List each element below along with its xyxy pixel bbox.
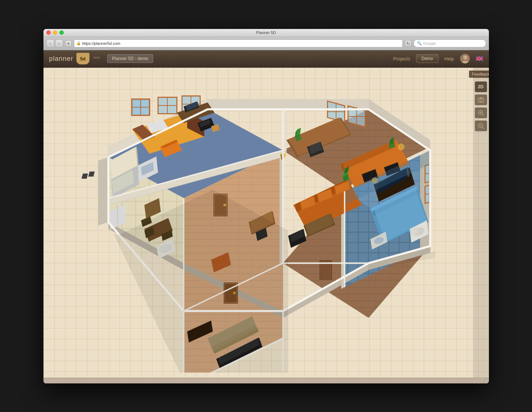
projects-nav[interactable]: Projects — [393, 56, 410, 61]
reload-button[interactable]: ↻ — [405, 40, 411, 47]
svg-line-172 — [482, 114, 484, 116]
canvas-area[interactable]: Feedback 2D — [43, 68, 489, 383]
address-bar[interactable]: 🔒 https://planner5d.com — [74, 39, 403, 47]
resize-handle[interactable]: ⌟ — [483, 378, 487, 383]
status-bar: ⌟ — [43, 378, 489, 383]
avatar[interactable] — [460, 54, 470, 64]
zoom-in-button[interactable] — [475, 107, 487, 118]
right-sidebar: Feedback 2D — [473, 68, 489, 383]
traffic-lights — [46, 30, 64, 35]
svg-point-102 — [398, 143, 405, 150]
new-tab-button[interactable]: + — [65, 40, 72, 47]
browser-chrome: ‹ › + 🔒 https://planner5d.com ↻ 🔍 Google — [43, 37, 489, 50]
feedback-button[interactable]: Feedback — [469, 71, 489, 78]
floorplan-3d[interactable] — [54, 78, 467, 373]
logo-area: planner 5d beta — [49, 53, 100, 64]
svg-rect-74 — [321, 261, 331, 278]
browser-window: Planner 5D ‹ › + 🔒 https://planner5d.com… — [43, 29, 489, 383]
demo-button[interactable]: Demo — [416, 54, 439, 63]
logo-icon: 5d — [76, 53, 89, 64]
nav-buttons: ‹ › — [46, 39, 63, 47]
title-bar: Planner 5D — [43, 29, 489, 37]
help-nav[interactable]: Help — [444, 56, 454, 61]
app-header: planner 5d beta Planner 5D - demo Projec… — [43, 50, 489, 68]
back-button[interactable]: ‹ — [46, 39, 54, 47]
beta-badge: beta — [94, 56, 100, 59]
header-right: Projects Demo Help — [393, 54, 483, 64]
maximize-button[interactable] — [59, 30, 64, 35]
logo-text: planner — [49, 55, 74, 63]
search-icon: 🔍 — [417, 41, 422, 46]
window-title: Planner 5D — [256, 30, 276, 35]
svg-marker-32 — [98, 157, 108, 225]
view-2d-button[interactable]: 2D — [475, 81, 487, 92]
lock-icon: 🔒 — [76, 41, 81, 45]
zoom-out-button[interactable] — [475, 120, 487, 131]
minimize-button[interactable] — [53, 30, 57, 35]
svg-rect-110 — [88, 171, 95, 177]
svg-rect-109 — [81, 173, 88, 178]
search-placeholder: Google — [423, 41, 436, 46]
language-flag[interactable] — [476, 56, 483, 61]
forward-button[interactable]: › — [55, 39, 63, 47]
svg-point-1 — [463, 55, 468, 60]
browser-toolbar: ‹ › + 🔒 https://planner5d.com ↻ 🔍 Google — [46, 38, 486, 48]
screenshot-button[interactable] — [475, 94, 487, 105]
svg-line-176 — [482, 127, 484, 129]
close-button[interactable] — [46, 30, 51, 35]
svg-point-169 — [479, 99, 482, 101]
url-text: https://planner5d.com — [82, 41, 121, 46]
project-name[interactable]: Planner 5D - demo — [107, 54, 153, 63]
search-bar[interactable]: 🔍 Google — [414, 39, 486, 47]
